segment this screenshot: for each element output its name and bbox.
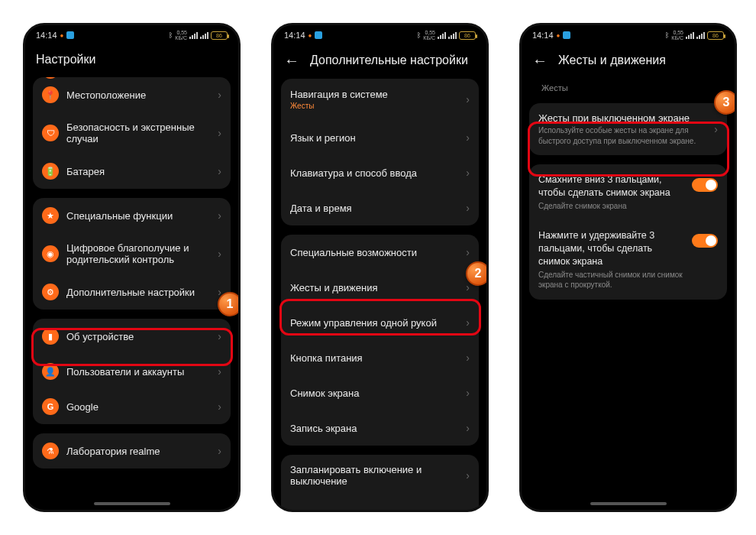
chevron-right-icon: › [466,246,470,258]
row-additional-settings[interactable]: ⚙ Дополнительные настройки › [33,274,231,310]
row-power-button[interactable]: Кнопка питания › [281,340,479,375]
row-gestures-motions[interactable]: Жесты и движения › [281,270,479,305]
chevron-right-icon: › [218,286,221,298]
gestures-list: Жесты Жесты при выключенном экране Испол… [522,79,735,307]
header: ← Дополнительные настройки [273,45,486,79]
status-time: 14:14 [284,31,305,40]
row-keyboard-input[interactable]: Клавиатура и способ ввода › [281,155,479,190]
device-icon: ▮ [42,328,59,345]
signal-icon-1 [189,32,198,39]
toggle-3finger-swipe-screenshot[interactable]: Смахните вниз 3 пальцами, чтобы сделать … [529,164,727,220]
status-notif-dot-icon: ● [309,32,312,39]
chevron-right-icon: › [714,123,718,135]
location-icon: 📍 [42,86,59,103]
bluetooth-icon: ᛒ [417,31,421,39]
chevron-right-icon: › [218,400,221,413]
row-realme-lab[interactable]: ⚗ Лаборатория realme › [33,433,231,469]
row-special-functions[interactable]: ★ Специальные функции › [33,198,231,233]
page-title: Жесты и движения [558,54,666,67]
chevron-right-icon: › [466,202,470,214]
back-arrow-icon[interactable]: ← [284,53,299,68]
bluetooth-icon: ᛒ [169,31,173,39]
row-users-accounts[interactable]: 👤 Пользователи и аккаунты › [33,354,231,389]
screenshot-canvas: 14:14 ● ᛒ 0,55КБ/С 86 Настройки ● 📍 [0,0,756,535]
status-app-icon [66,31,74,39]
chevron-right-icon: › [218,89,221,101]
row-battery[interactable]: 🔋 Батарея › [33,154,231,189]
battery-icon: 86 [459,31,476,40]
section-heading-gestures: Жесты [529,79,727,94]
chevron-right-icon: › [466,281,470,293]
row-about-device[interactable]: ▮ Об устройстве › [33,319,231,354]
status-bar: 14:14 ● ᛒ 0,55КБ/С 86 [273,25,486,45]
wellbeing-icon: ◉ [42,245,59,262]
row-language-region[interactable]: Язык и регион › [281,120,479,155]
chevron-right-icon: › [466,316,470,329]
status-time: 14:14 [532,31,554,40]
row-schedule-power[interactable]: Запланировать включение и выключение › [281,455,479,496]
status-notif-dot-icon: ● [60,32,64,39]
net-speed: 0,55КБ/С [423,30,435,41]
battery-row-icon: 🔋 [42,163,59,180]
signal-icon-1 [686,32,694,39]
phone-3: 14:14 ● ᛒ 0,55КБ/С 86 ← Жесты и движения… [519,23,737,512]
shield-icon: 🛡 [42,125,59,141]
battery-icon: 86 [707,31,724,40]
lab-icon: ⚗ [42,443,59,459]
row-system-navigation[interactable]: Навигация в системе Жесты › [281,79,479,120]
chevron-right-icon: › [218,165,221,177]
status-app-icon [315,31,322,39]
chevron-right-icon: › [466,167,470,179]
signal-icon-2 [448,32,457,39]
phone-2: 14:14 ● ᛒ 0,55КБ/С 86 ← Дополнительные н… [271,23,489,512]
row-recommendations[interactable]: Получать рекомендации › [281,496,479,512]
row-one-hand-mode[interactable]: Режим управления одной рукой › [281,305,479,340]
header: ← Жесты и движения [522,45,735,79]
chevron-right-icon: › [466,387,470,399]
signal-icon-2 [696,32,705,39]
row-date-time[interactable]: Дата и время › [281,190,479,225]
phone-1: 14:14 ● ᛒ 0,55КБ/С 86 Настройки ● 📍 [23,23,241,512]
chevron-right-icon: › [218,248,221,260]
bluetooth-icon: ᛒ [665,31,669,39]
chevron-right-icon: › [466,469,470,481]
status-bar: 14:14 ● ᛒ 0,55КБ/С 86 [522,25,735,45]
row-screenshot[interactable]: Снимок экрана › [281,375,479,410]
status-notif-dot-icon: ● [557,32,561,39]
row-digital-wellbeing[interactable]: ◉ Цифровое благополучие и родительский к… [33,233,231,274]
row-google[interactable]: G Google › [33,389,231,424]
battery-icon: 86 [211,31,228,40]
row-screen-off-gestures[interactable]: Жесты при выключенном экране Используйте… [529,103,727,155]
net-speed: 0,55КБ/С [671,30,683,41]
row-security[interactable]: 🛡 Безопасность и экстренные случаи › [33,112,231,154]
chevron-right-icon: › [218,330,221,342]
google-icon: G [42,398,59,415]
chevron-right-icon: › [466,422,470,434]
net-speed: 0,55КБ/С [175,30,187,41]
toggle-on-icon[interactable] [692,178,718,192]
status-time: 14:14 [36,31,57,40]
chevron-right-icon: › [218,445,221,457]
page-title: Настройки [25,45,238,77]
home-indicator[interactable] [94,502,170,505]
chevron-right-icon: › [218,127,221,139]
home-indicator[interactable] [590,502,667,505]
star-icon: ★ [42,207,59,224]
toggle-3finger-hold-screenshot[interactable]: Нажмите и удерживайте 3 пальцами, чтобы … [529,220,727,300]
gear-icon: ⚙ [42,284,59,300]
additional-settings-list: Навигация в системе Жесты › Язык и регио… [273,79,486,512]
user-icon: 👤 [42,363,59,380]
chevron-right-icon: › [218,365,221,378]
row-location[interactable]: 📍 Местоположение › [33,77,231,112]
settings-list: ● 📍 Местоположение › 🛡 Безопасность и эк… [25,77,238,476]
signal-icon-1 [438,32,446,39]
chevron-right-icon: › [466,352,470,364]
back-arrow-icon[interactable]: ← [532,53,548,68]
page-title: Дополнительные настройки [310,54,468,67]
row-accessibility[interactable]: Специальные возможности › [281,235,479,270]
toggle-on-icon[interactable] [692,234,718,248]
chevron-right-icon: › [466,507,470,512]
chevron-right-icon: › [218,209,221,222]
chevron-right-icon: › [466,93,470,105]
row-screen-record[interactable]: Запись экрана › [281,410,479,446]
